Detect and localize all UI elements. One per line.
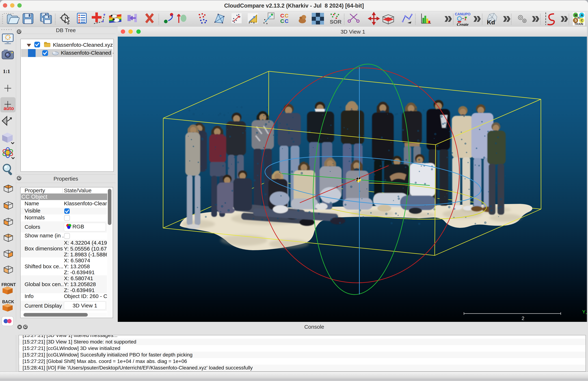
- svg-text:C: C: [581, 19, 583, 22]
- svg-text:Kd: Kd: [487, 19, 495, 26]
- svg-text:C: C: [285, 13, 289, 19]
- svg-text:FRONT: FRONT: [1, 282, 16, 287]
- svg-text:2: 2: [522, 316, 524, 321]
- svg-text:3D: 3D: [577, 16, 580, 19]
- svg-text:Y: Y: [582, 309, 586, 315]
- svg-text:1:1: 1:1: [3, 68, 10, 74]
- svg-text:SOR: SOR: [330, 19, 341, 25]
- svg-text:M: M: [574, 14, 577, 17]
- svg-text:C: C: [285, 18, 289, 24]
- svg-text:C: C: [280, 18, 284, 24]
- svg-text:C: C: [280, 13, 284, 19]
- svg-text:auto: auto: [4, 106, 14, 111]
- svg-text:BACK: BACK: [2, 300, 14, 304]
- svg-text:S: S: [575, 19, 577, 22]
- svg-text:A: A: [581, 14, 583, 17]
- svg-text:TRAIN: TRAIN: [574, 22, 583, 26]
- svg-text:CANUPO: CANUPO: [455, 12, 471, 16]
- svg-text:Create: Create: [457, 22, 469, 27]
